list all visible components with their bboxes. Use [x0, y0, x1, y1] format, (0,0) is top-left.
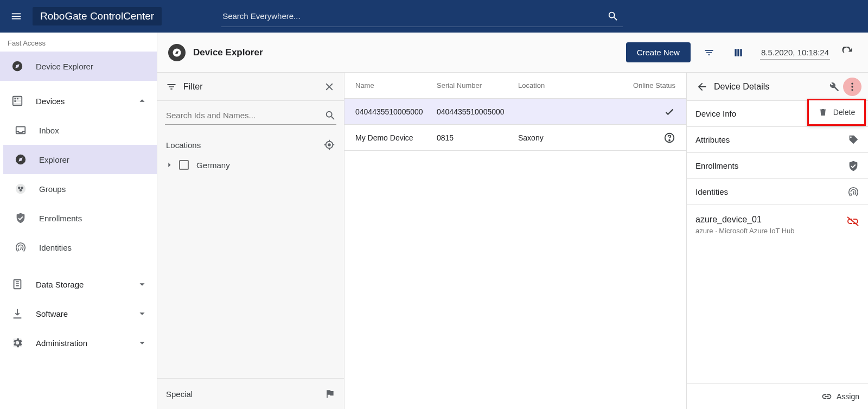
hamburger-icon	[10, 10, 22, 22]
checkbox[interactable]	[179, 160, 189, 170]
enrollments-label: Enrollments	[695, 161, 847, 170]
svg-point-7	[21, 187, 23, 189]
search-icon	[607, 10, 619, 22]
sidebar-section-data-storage[interactable]: Data Storage	[0, 270, 157, 299]
sidebar-item-explorer[interactable]: Explorer	[3, 145, 157, 174]
attributes-label: Attributes	[695, 135, 847, 144]
tools-button[interactable]	[828, 81, 840, 93]
sidebar-item-inbox[interactable]: Inbox	[3, 116, 157, 145]
cell-status	[616, 132, 675, 144]
filter-toggle-button[interactable]	[698, 42, 720, 63]
more-vert-icon	[847, 81, 858, 92]
content-area: Device Explorer Create New 8.5.2020, 10:…	[157, 33, 868, 409]
filter-title: Filter	[183, 82, 323, 92]
filter-header: Filter	[157, 73, 344, 101]
content-header: Device Explorer Create New 8.5.2020, 10:…	[157, 33, 868, 73]
sidebar-section-software[interactable]: Software	[0, 299, 157, 328]
chevron-right-icon	[164, 159, 177, 170]
sidebar-identities-label: Identities	[39, 243, 148, 252]
th-location[interactable]: Location	[518, 81, 616, 90]
sidebar-explorer-label: Explorer	[39, 155, 148, 164]
back-button[interactable]	[693, 81, 711, 93]
location-item-germany[interactable]: Germany	[157, 155, 344, 175]
shield-check-icon	[14, 212, 27, 225]
tag-icon	[847, 134, 859, 146]
details-header: Device Details	[687, 73, 868, 101]
special-label: Special	[166, 389, 324, 399]
tab-attributes[interactable]: Attributes	[687, 127, 868, 153]
fast-access-device-explorer[interactable]: Device Explorer	[0, 52, 157, 81]
sidebar-devices-label: Devices	[36, 97, 136, 106]
global-search[interactable]	[221, 5, 623, 27]
th-name[interactable]: Name	[355, 81, 437, 90]
chevron-down-icon	[136, 337, 148, 349]
unlink-button[interactable]	[846, 215, 859, 228]
assign-label: Assign	[837, 392, 859, 401]
compass-icon	[168, 44, 186, 61]
sidebar-item-enrollments[interactable]: Enrollments	[3, 203, 157, 233]
close-filter-button[interactable]	[323, 81, 335, 93]
locations-label: Locations	[166, 140, 323, 150]
help-icon	[663, 132, 675, 144]
create-new-button[interactable]: Create New	[626, 42, 691, 62]
refresh-icon	[841, 47, 853, 59]
chevron-up-icon	[136, 95, 148, 107]
global-search-input[interactable]	[221, 8, 603, 24]
sidebar-item-groups[interactable]: Groups	[3, 174, 157, 203]
more-menu-button[interactable]	[843, 78, 861, 96]
compass-icon	[11, 60, 24, 73]
cell-serial: 0815	[437, 133, 518, 142]
svg-point-16	[851, 86, 853, 87]
sidebar-administration-label: Administration	[36, 338, 136, 348]
cell-status	[616, 106, 675, 118]
sidebar-enrollments-label: Enrollments	[39, 214, 148, 223]
cell-name: My Demo Device	[355, 133, 437, 142]
sidebar-groups-label: Groups	[39, 184, 148, 194]
svg-point-17	[851, 89, 853, 91]
filter-panel: Filter Locations	[157, 73, 344, 409]
identity-item[interactable]: azure_device_01 azure · Microsoft Azure …	[687, 205, 868, 237]
cell-location: Saxony	[518, 133, 616, 142]
devices-icon	[11, 94, 24, 107]
chevron-down-icon	[136, 278, 148, 290]
table-row[interactable]: My Demo Device 0815 Saxony	[344, 125, 686, 151]
target-icon[interactable]	[323, 139, 335, 151]
sidebar-section-devices[interactable]: Devices	[0, 86, 157, 116]
hamburger-menu-button[interactable]	[5, 5, 27, 27]
global-search-button[interactable]	[603, 7, 623, 26]
identity-subtitle: azure · Microsoft Azure IoT Hub	[695, 227, 795, 235]
table-row[interactable]: 0404435510005000 0404435510005000	[344, 99, 686, 125]
compass-icon	[14, 153, 27, 166]
sidebar-section-administration[interactable]: Administration	[0, 328, 157, 357]
device-table: Name Serial Number Location Online Statu…	[344, 73, 686, 409]
filter-icon	[704, 47, 714, 58]
columns-button[interactable]	[727, 42, 749, 63]
delete-label: Delete	[833, 108, 855, 117]
th-status[interactable]: Online Status	[616, 81, 675, 90]
filter-search-input[interactable]	[165, 106, 324, 124]
fingerprint-icon	[847, 186, 859, 198]
groups-icon	[14, 182, 27, 195]
assign-button[interactable]: Assign	[687, 383, 868, 409]
columns-icon	[733, 47, 744, 58]
inbox-icon	[14, 124, 27, 137]
filter-section-special[interactable]: Special	[157, 378, 344, 409]
device-details-panel: Device Details Device Info Attributes	[686, 73, 868, 409]
th-serial[interactable]: Serial Number	[437, 81, 518, 90]
svg-rect-1	[15, 98, 16, 100]
download-icon	[11, 307, 24, 320]
fast-access-label-text: Device Explorer	[36, 62, 148, 71]
filter-search[interactable]	[165, 106, 336, 125]
delete-menu-item[interactable]: Delete	[807, 99, 866, 126]
svg-point-15	[851, 82, 853, 84]
sidebar-item-identities[interactable]: Identities	[3, 233, 157, 262]
last-refresh-timestamp: 8.5.2020, 10:18:24	[760, 46, 830, 60]
tab-identities[interactable]: Identities	[687, 179, 868, 205]
table-header: Name Serial Number Location Online Statu…	[344, 73, 686, 99]
svg-rect-3	[15, 100, 16, 102]
refresh-button[interactable]	[838, 47, 857, 59]
cell-name: 0404435510005000	[355, 107, 437, 116]
filter-section-locations: Locations	[157, 128, 344, 155]
svg-rect-2	[17, 98, 18, 100]
tab-enrollments[interactable]: Enrollments	[687, 153, 868, 179]
